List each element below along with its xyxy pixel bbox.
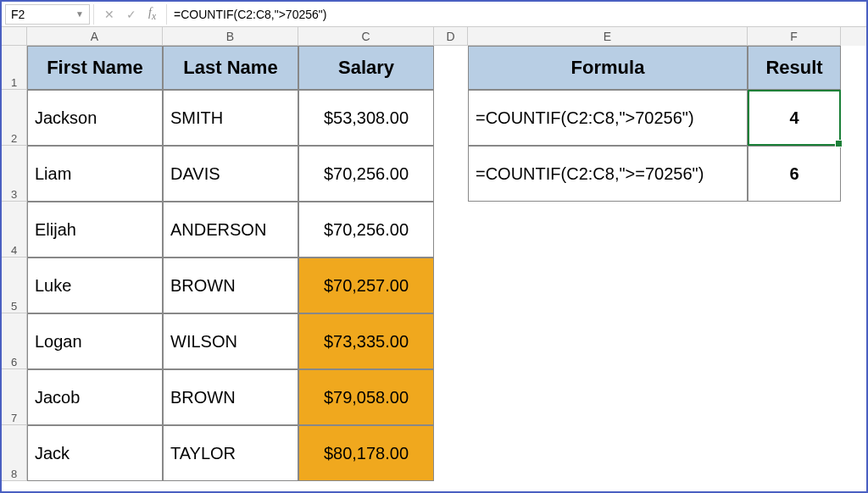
- cell-firstname-7[interactable]: Jacob: [27, 369, 163, 425]
- row-header-5[interactable]: 5: [2, 258, 27, 313]
- col-header-F[interactable]: F: [748, 27, 841, 46]
- col-header-A[interactable]: A: [27, 27, 163, 46]
- cell-lastname-7[interactable]: BROWN: [163, 369, 298, 425]
- col-header-C[interactable]: C: [298, 27, 434, 46]
- cell-salary-4[interactable]: $70,256.00: [298, 202, 434, 258]
- cell-lastname-6[interactable]: WILSON: [163, 313, 298, 369]
- cell-lastname-2[interactable]: SMITH: [163, 90, 298, 146]
- row-header-1[interactable]: 1: [2, 46, 27, 90]
- header-formula[interactable]: Formula: [468, 46, 748, 90]
- name-box-value: F2: [11, 8, 25, 21]
- cell-firstname-5[interactable]: Luke: [27, 258, 163, 313]
- select-all-corner[interactable]: [2, 27, 27, 46]
- row-header-2[interactable]: 2: [2, 90, 27, 146]
- col-header-E[interactable]: E: [468, 27, 748, 46]
- cancel-icon[interactable]: ✕: [104, 8, 114, 21]
- row-header-6[interactable]: 6: [2, 313, 27, 369]
- cell-salary-7[interactable]: $79,058.00: [298, 369, 434, 425]
- row-headers: 1 2 3 4 5 6 7 8: [2, 46, 27, 481]
- cell-salary-8[interactable]: $80,178.00: [298, 425, 434, 481]
- header-last-name[interactable]: Last Name: [163, 46, 298, 90]
- cell-lastname-5[interactable]: BROWN: [163, 258, 298, 313]
- row-header-4[interactable]: 4: [2, 202, 27, 258]
- formula-bar-icons: ✕ ✓ fx: [93, 4, 167, 25]
- formula-input-value: =COUNTIF(C2:C8,">70256"): [174, 8, 326, 21]
- header-salary[interactable]: Salary: [298, 46, 434, 90]
- header-result[interactable]: Result: [748, 46, 841, 90]
- col-header-D[interactable]: D: [434, 27, 468, 46]
- cell-firstname-3[interactable]: Liam: [27, 146, 163, 202]
- cell-lastname-4[interactable]: ANDERSON: [163, 202, 298, 258]
- cell-lastname-8[interactable]: TAYLOR: [163, 425, 298, 481]
- cell-result-3[interactable]: 6: [748, 146, 841, 202]
- cell-firstname-6[interactable]: Logan: [27, 313, 163, 369]
- col-header-B[interactable]: B: [163, 27, 298, 46]
- formula-input[interactable]: =COUNTIF(C2:C8,">70256"): [167, 4, 866, 25]
- name-box[interactable]: F2 ▼: [5, 4, 90, 25]
- spreadsheet-grid: A B C D E F 1 2 3 4 5 6 7 8 First NameLa…: [2, 27, 866, 491]
- cell-result-2[interactable]: 4: [748, 90, 841, 146]
- row-header-7[interactable]: 7: [2, 369, 27, 425]
- cell-firstname-4[interactable]: Elijah: [27, 202, 163, 258]
- enter-icon[interactable]: ✓: [126, 8, 136, 21]
- header-first-name[interactable]: First Name: [27, 46, 163, 90]
- cell-salary-5[interactable]: $70,257.00: [298, 258, 434, 313]
- row-header-8[interactable]: 8: [2, 425, 27, 481]
- cell-salary-3[interactable]: $70,256.00: [298, 146, 434, 202]
- cell-formula-3[interactable]: =COUNTIF(C2:C8,">=70256"): [468, 146, 748, 202]
- cell-firstname-8[interactable]: Jack: [27, 425, 163, 481]
- cell-lastname-3[interactable]: DAVIS: [163, 146, 298, 202]
- fx-icon[interactable]: fx: [148, 6, 156, 22]
- name-box-dropdown-icon[interactable]: ▼: [75, 9, 84, 19]
- row-header-3[interactable]: 3: [2, 146, 27, 202]
- cell-salary-2[interactable]: $53,308.00: [298, 90, 434, 146]
- cell-formula-2[interactable]: =COUNTIF(C2:C8,">70256"): [468, 90, 748, 146]
- formula-bar: F2 ▼ ✕ ✓ fx =COUNTIF(C2:C8,">70256"): [2, 2, 866, 27]
- cell-salary-6[interactable]: $73,335.00: [298, 313, 434, 369]
- column-headers: A B C D E F: [2, 27, 866, 46]
- cell-firstname-2[interactable]: Jackson: [27, 90, 163, 146]
